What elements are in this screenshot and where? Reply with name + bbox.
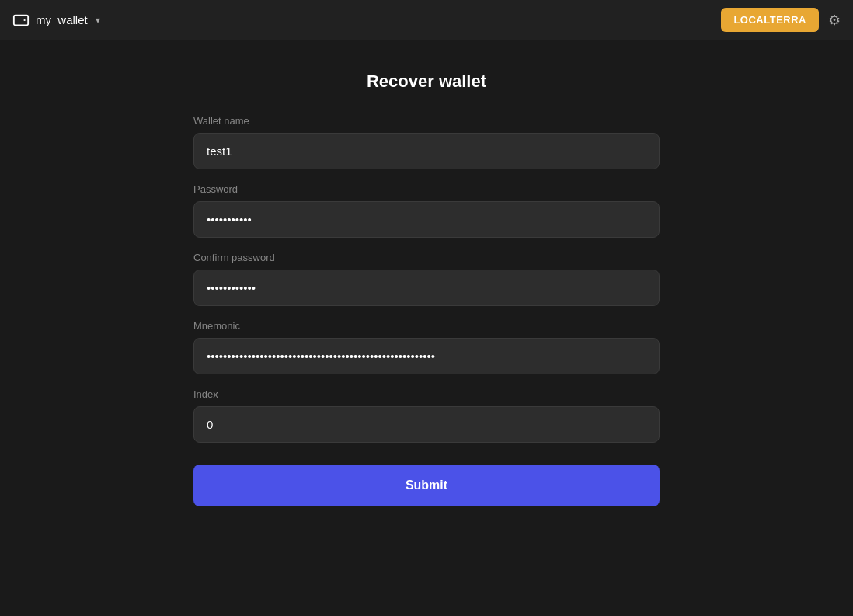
- password-label-text: Password: [193, 183, 660, 195]
- chevron-down-icon: ▾: [96, 15, 100, 26]
- confirm-password-label-text: Confirm password: [193, 252, 660, 263]
- index-label-text: Index: [193, 388, 660, 400]
- password-group: Password: [193, 183, 660, 238]
- page-title: Recover wallet: [367, 71, 486, 92]
- wallet-name-input[interactable]: [193, 133, 660, 169]
- password-input[interactable]: [193, 201, 660, 238]
- wallet-name-label-text: Wallet name: [193, 115, 660, 127]
- index-group: Index: [193, 388, 660, 443]
- header-actions: LOCALTERRA ⚙: [721, 8, 841, 32]
- wallet-name-group: Wallet name: [193, 115, 660, 169]
- wallet-icon: [12, 12, 30, 29]
- mnemonic-input[interactable]: [193, 338, 660, 374]
- confirm-password-input[interactable]: [193, 270, 660, 306]
- svg-rect-0: [14, 15, 28, 25]
- app-header: my_wallet ▾ LOCALTERRA ⚙: [0, 0, 853, 40]
- submit-button[interactable]: Submit: [193, 465, 660, 506]
- wallet-name-label: my_wallet: [36, 13, 88, 26]
- index-input[interactable]: [193, 406, 660, 443]
- recover-wallet-form: Wallet name Password Confirm password Mn…: [193, 115, 660, 506]
- main-content: Recover wallet Wallet name Password Conf…: [0, 40, 853, 506]
- confirm-password-group: Confirm password: [193, 252, 660, 306]
- wallet-selector[interactable]: my_wallet ▾: [12, 12, 100, 29]
- mnemonic-group: Mnemonic: [193, 320, 660, 374]
- localterra-button[interactable]: LOCALTERRA: [721, 8, 819, 32]
- settings-icon[interactable]: ⚙: [828, 12, 841, 29]
- mnemonic-label-text: Mnemonic: [193, 320, 660, 332]
